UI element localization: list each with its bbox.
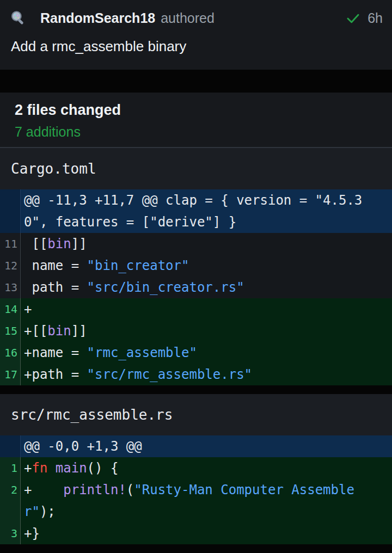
diff-table: @@ -0,0 +1,3 @@1+fn main() {2+ println!(… <box>0 435 392 544</box>
code-token: "src/rmc_assemble.rs" <box>87 367 252 382</box>
line-number: 3 <box>0 523 21 544</box>
code-line: +[[bin]] <box>21 320 392 342</box>
commit-title: Add a rmc_assemble binary <box>11 38 383 55</box>
diff-row-context[interactable]: 12 name = "bin_creator" <box>0 255 392 276</box>
diff-row-context[interactable]: 11 [[bin]] <box>0 233 392 255</box>
line-number: 11 <box>0 233 21 255</box>
code-token: + <box>24 460 32 476</box>
code-token: bin <box>47 236 71 251</box>
diff-row-hunk[interactable]: @@ -11,3 +11,7 @@ clap = { version = "4.… <box>0 189 392 233</box>
code-token: name = <box>24 258 87 273</box>
diff-row-add[interactable]: 16+name = "rmc_assemble" <box>0 342 392 364</box>
code-token: bin <box>47 323 71 339</box>
line-number: 1 <box>0 457 21 479</box>
code-token: println! <box>63 482 126 497</box>
code-token: +} <box>24 526 40 541</box>
diff-table: @@ -11,3 +11,7 @@ clap = { version = "4.… <box>0 189 392 385</box>
code-token: + <box>24 482 63 497</box>
diff-row-add[interactable]: 2+ println!("Rusty-Man Computer Assemble… <box>0 479 392 523</box>
file-section: src/rmc_assemble.rs@@ -0,0 +1,3 @@1+fn m… <box>0 394 392 544</box>
line-number: 12 <box>0 255 21 276</box>
code-token: "rmc_assemble" <box>87 345 197 360</box>
code-token: ]] <box>71 323 87 339</box>
line-number <box>0 189 21 233</box>
code-token: ]] <box>71 236 87 251</box>
code-token: () { <box>87 460 119 476</box>
code-token: "src/bin_creator.rs" <box>87 280 244 295</box>
code-token: ); <box>40 504 56 519</box>
divider-band <box>0 70 392 93</box>
diff-stats: 2 files changed 7 additions <box>0 93 392 147</box>
code-token: "bin_creator" <box>87 258 189 273</box>
authored-label: authored <box>161 10 215 26</box>
file-header[interactable]: src/rmc_assemble.rs <box>0 394 392 435</box>
file-section: Cargo.toml@@ -11,3 +11,7 @@ clap = { ver… <box>0 147 392 385</box>
diff-row-add[interactable]: 15+[[bin]] <box>0 320 392 342</box>
divider-band <box>0 385 392 394</box>
diff-row-add[interactable]: 17+path = "src/rmc_assemble.rs" <box>0 364 392 385</box>
check-icon[interactable] <box>346 11 360 26</box>
line-number: 16 <box>0 342 21 364</box>
code-line: +} <box>21 523 392 544</box>
author-name[interactable]: RandomSearch18 <box>40 10 155 26</box>
commit-time: 6h <box>367 10 383 26</box>
code-line: + println!("Rusty-Man Computer Assembler… <box>21 479 392 523</box>
line-number: 2 <box>0 479 21 523</box>
code-line: +name = "rmc_assemble" <box>21 342 392 364</box>
code-token: fn <box>32 460 47 476</box>
code-token: @@ -0,0 +1,3 @@ <box>24 439 142 454</box>
code-token: ( <box>126 482 134 497</box>
commit-header: RandomSearch18 authored 6h Add a rmc_ass… <box>0 0 392 70</box>
line-number: 13 <box>0 276 21 298</box>
code-token: + <box>24 302 32 317</box>
line-number: 17 <box>0 364 21 385</box>
code-line: +fn main() { <box>21 457 392 479</box>
avatar-magnifying-glass-icon[interactable] <box>9 9 27 27</box>
code-line: +path = "src/rmc_assemble.rs" <box>21 364 392 385</box>
diff-row-add[interactable]: 3+} <box>0 523 392 544</box>
code-token <box>47 460 55 476</box>
code-token: @@ -11,3 +11,7 @@ clap = { version = "4.… <box>24 193 362 230</box>
diff-row-add[interactable]: 1+fn main() { <box>0 457 392 479</box>
diff-row-hunk[interactable]: @@ -0,0 +1,3 @@ <box>0 435 392 457</box>
author-row: RandomSearch18 authored 6h <box>9 9 383 27</box>
additions-count: 7 additions <box>15 124 377 140</box>
code-token: +name = <box>24 345 87 360</box>
code-token: [[ <box>24 236 47 251</box>
code-line: name = "bin_creator" <box>21 255 392 276</box>
code-line: [[bin]] <box>21 233 392 255</box>
line-number: 14 <box>0 298 21 320</box>
code-token: +[[ <box>24 323 47 339</box>
diff-row-add[interactable]: 14+ <box>0 298 392 320</box>
code-line: path = "src/bin_creator.rs" <box>21 276 392 298</box>
code-token: path = <box>24 280 87 295</box>
code-line: @@ -11,3 +11,7 @@ clap = { version = "4.… <box>21 189 392 233</box>
code-line: @@ -0,0 +1,3 @@ <box>21 435 392 457</box>
code-token: main <box>56 460 87 476</box>
line-number: 15 <box>0 320 21 342</box>
line-number <box>0 435 21 457</box>
code-line: + <box>21 298 392 320</box>
code-token: +path = <box>24 367 87 382</box>
file-header[interactable]: Cargo.toml <box>0 148 392 189</box>
diff-files: Cargo.toml@@ -11,3 +11,7 @@ clap = { ver… <box>0 147 392 544</box>
diff-row-context[interactable]: 13 path = "src/bin_creator.rs" <box>0 276 392 298</box>
files-changed-count: 2 files changed <box>15 102 377 119</box>
